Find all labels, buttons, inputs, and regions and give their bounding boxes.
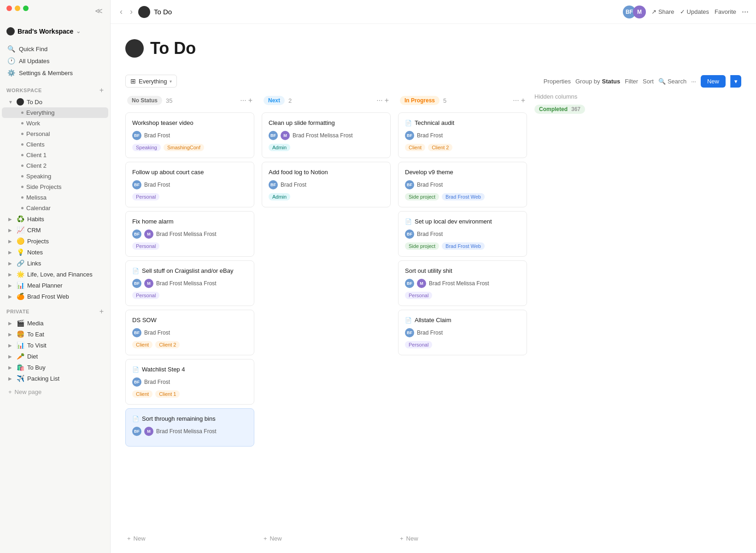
avatar: M (281, 131, 290, 140)
sidebar-item-client2[interactable]: Client 2 (2, 160, 108, 171)
new-button[interactable]: New (701, 75, 726, 88)
more-options-button[interactable]: ··· (742, 7, 749, 17)
tag: Personal (132, 242, 159, 250)
sidebar-item-notes[interactable]: ▶ 💡 Notes (2, 247, 108, 258)
tag: Side project (405, 193, 439, 200)
packinglist-icon: ✈️ (17, 375, 24, 382)
more-toolbar-button[interactable]: ··· (691, 78, 696, 85)
add-new-card-button[interactable]: +New (398, 531, 527, 546)
minimize-button[interactable] (15, 6, 20, 11)
add-new-card-button[interactable]: +New (262, 531, 391, 546)
card-tags: Admin (269, 193, 384, 200)
properties-button[interactable]: Properties (544, 78, 571, 85)
sort-button[interactable]: Sort (643, 78, 654, 85)
sidebar-item-settings[interactable]: ⚙️ Settings & Members (4, 67, 106, 79)
table-row[interactable]: Clean up slide formattingBFMBrad Frost M… (262, 112, 391, 158)
table-row[interactable]: 📄Watchlist Step 4BFBrad FrostClientClien… (125, 359, 254, 405)
table-row[interactable]: 📄Technical auditBFBrad FrostClientClient… (398, 112, 527, 158)
sidebar-item-melissa[interactable]: Melissa (2, 192, 108, 203)
sidebar-item-clients[interactable]: Clients (2, 139, 108, 150)
card-tags: Personal (132, 292, 247, 299)
share-button[interactable]: ↗ Share (651, 8, 674, 15)
collapse-sidebar-button[interactable]: ≪ (94, 6, 104, 16)
sidebar-item-everything[interactable]: Everything (2, 107, 108, 118)
column-add-button[interactable]: + (521, 96, 525, 105)
group-by-button[interactable]: Group by Status (575, 78, 620, 85)
forward-button[interactable]: › (128, 5, 135, 18)
sidebar-item-personal[interactable]: Personal (2, 129, 108, 139)
sidebar-item-speaking[interactable]: Speaking (2, 171, 108, 182)
workspace-name[interactable]: Brad's Workspace ⌄ (6, 27, 81, 35)
add-new-card-button[interactable]: +New (125, 531, 254, 546)
column-menu-button[interactable]: ··· (513, 96, 519, 105)
page-dot-icon (138, 6, 150, 18)
filter-button[interactable]: Filter (625, 78, 638, 85)
column-count: 35 (166, 97, 172, 104)
search-button[interactable]: 🔍 Search (658, 78, 686, 85)
card-user-name: Brad Frost (417, 231, 443, 237)
view-selector[interactable]: ⊞ Everything ▾ (125, 75, 177, 88)
sidebar-item-calendar[interactable]: Calendar (2, 203, 108, 213)
sidebar-item-quick-find[interactable]: 🔍 Quick Find (4, 43, 106, 55)
sidebar-item-tobuy[interactable]: ▶ 🛍️ To Buy (2, 362, 108, 373)
search-icon: 🔍 (7, 45, 15, 53)
sidebar-item-todo[interactable]: ▼ To Do (2, 96, 108, 107)
table-row[interactable]: Develop v9 themeBFBrad FrostSide project… (398, 162, 527, 207)
avatar: BF (132, 180, 141, 189)
table-row[interactable]: Follow up about court caseBFBrad FrostPe… (125, 162, 254, 207)
favorite-button[interactable]: Favorite (715, 8, 736, 15)
table-row[interactable]: DS SOWBFBrad FrostClientClient 2 (125, 310, 254, 355)
card-meta: BFBrad Frost (132, 328, 247, 337)
sidebar-item-crm[interactable]: ▶ 📈 CRM (2, 224, 108, 235)
column-menu-button[interactable]: ··· (376, 96, 382, 105)
card-tags: Side projectBrad Frost Web (405, 242, 520, 250)
search-icon: 🔍 (658, 78, 666, 85)
sidebar-item-work[interactable]: Work (2, 118, 108, 129)
column-menu-button[interactable]: ··· (240, 96, 246, 105)
new-dropdown-button[interactable]: ▾ (730, 75, 741, 88)
sidebar-item-mealplanner[interactable]: ▶ 📊 Meal Planner (2, 280, 108, 291)
workspace-add-button[interactable]: + (100, 86, 104, 94)
avatar: BF (405, 279, 414, 288)
private-add-button[interactable]: + (100, 307, 104, 316)
dot-icon (21, 186, 23, 188)
card-user-name: Brad Frost Melissa Frost (156, 231, 217, 237)
updates-button[interactable]: ✓ Updates (680, 8, 709, 15)
table-row[interactable]: Sort out utility shitBFMBrad Frost Melis… (398, 260, 527, 306)
sidebar-item-tovisit[interactable]: ▶ 📊 To Visit (2, 340, 108, 351)
table-row[interactable]: 📄Sort through remaining binsBFMBrad Fros… (125, 408, 254, 447)
avatar: BF (132, 377, 141, 387)
completed-status-badge[interactable]: Completed 367 (534, 105, 585, 114)
table-row[interactable]: Add food log to NotionBFBrad FrostAdmin (262, 162, 391, 207)
private-section: PRIVATE + ▶ 🎬 Media ▶ 🍔 To Eat ▶ 📊 To Vi… (0, 306, 110, 384)
sidebar-item-diet[interactable]: ▶ 🥕 Diet (2, 351, 108, 362)
sidebar-item-client1[interactable]: Client 1 (2, 150, 108, 160)
new-page-button[interactable]: + New page (2, 386, 108, 398)
sidebar-item-lifefinances[interactable]: ▶ 🌟 Life, Love, and Finances (2, 269, 108, 280)
sidebar-item-media[interactable]: ▶ 🎬 Media (2, 318, 108, 329)
arrow-right-icon: ▶ (8, 332, 14, 337)
sidebar-item-bradfrostweb[interactable]: ▶ 🍊 Brad Frost Web (2, 291, 108, 302)
plus-icon: + (8, 388, 12, 395)
sidebar-item-packinglist[interactable]: ▶ ✈️ Packing List (2, 373, 108, 384)
column-add-button[interactable]: + (385, 96, 389, 105)
sidebar-item-all-updates[interactable]: 🕐 All Updates (4, 55, 106, 67)
sidebar-item-projects[interactable]: ▶ 🟡 Projects (2, 235, 108, 247)
document-icon: 📄 (132, 268, 139, 274)
card-title: 📄Sort through remaining bins (132, 415, 247, 422)
table-row[interactable]: Fix home alarmBFMBrad Frost Melissa Fros… (125, 211, 254, 257)
table-row[interactable]: Workshop teaser videoBFBrad FrostSpeakin… (125, 112, 254, 158)
sidebar-item-habits[interactable]: ▶ ♻️ Habits (2, 213, 108, 224)
close-button[interactable] (6, 6, 12, 11)
sidebar-item-toeat[interactable]: ▶ 🍔 To Eat (2, 329, 108, 340)
maximize-button[interactable] (23, 6, 29, 11)
tag: Admin (269, 193, 290, 200)
table-row[interactable]: 📄Set up local dev environmentBFBrad Fros… (398, 211, 527, 257)
table-row[interactable]: 📄Sell stuff on Craigslist and/or eBayBFM… (125, 260, 254, 306)
column-add-button[interactable]: + (248, 96, 252, 105)
sidebar-item-links[interactable]: ▶ 🔗 Links (2, 258, 108, 269)
table-row[interactable]: 📄Allstate ClaimBFBrad FrostPersonal (398, 310, 527, 355)
sidebar-item-sideprojects[interactable]: Side Projects (2, 182, 108, 192)
back-button[interactable]: ‹ (118, 5, 124, 18)
arrow-right-icon: ▶ (8, 294, 14, 299)
